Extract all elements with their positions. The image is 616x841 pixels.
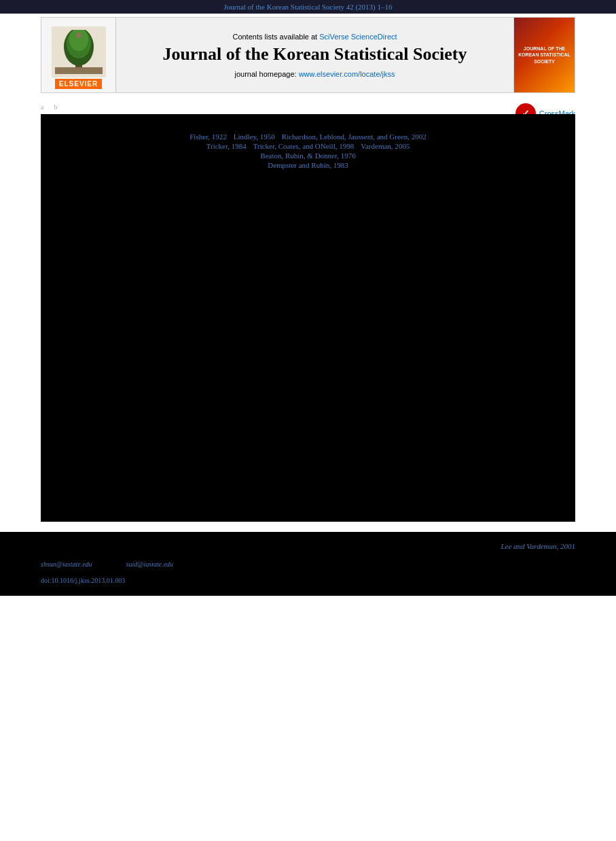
- header-section: ELSEVIER Contents lists available at Sci…: [41, 17, 575, 93]
- ref-vardeman: Vardeman, 2005: [361, 142, 410, 150]
- doi-line: doi:10.1016/j.jkss.2013.01.003: [41, 575, 575, 586]
- journal-title-block: Contents lists available at SciVerse Sci…: [116, 18, 513, 92]
- references-section: Fisher, 1922 Lindley, 1950 Richardson, L…: [54, 124, 562, 177]
- homepage-link[interactable]: www.elsevier.com/locate/jkss: [299, 70, 395, 78]
- elsevier-logo: ELSEVIER: [41, 18, 116, 92]
- journal-main-title: Journal of the Korean Statistical Societ…: [163, 44, 467, 65]
- email-2[interactable]: suid@iastate.edu: [126, 560, 173, 568]
- lee-vardeman-ref: Lee and Vardeman, 2001: [501, 542, 575, 550]
- top-bar: Journal of the Korean Statistical Societ…: [0, 0, 616, 14]
- ref-line-1: Fisher, 1922 Lindley, 1950 Richardson, L…: [54, 132, 562, 141]
- journal-cover-image: JOURNAL OF THE KOREAN STATISTICAL SOCIET…: [513, 18, 575, 92]
- bottom-section: Lee and Vardeman, 2001 shsun@iastate.edu…: [0, 532, 616, 596]
- contents-available-text: Contents lists available at SciVerse Sci…: [232, 33, 397, 41]
- ref-lindley: Lindley, 1950: [234, 132, 275, 141]
- top-bar-link[interactable]: Journal of the Korean Statistical Societ…: [223, 3, 392, 11]
- elsevier-wordmark: ELSEVIER: [55, 79, 102, 89]
- doi-text: doi:10.1016/j.jkss.2013.01.003: [41, 577, 125, 584]
- article-black-block: Fisher, 1922 Lindley, 1950 Richardson, L…: [41, 114, 575, 522]
- sciverse-link[interactable]: SciVerse ScienceDirect: [319, 33, 397, 41]
- journal-homepage: journal homepage: www.elsevier.com/locat…: [234, 70, 395, 78]
- ref-richardson: Richardson, Leblond, Jaussent, and Green…: [282, 132, 427, 141]
- email-1[interactable]: shsun@iastate.edu: [41, 560, 92, 568]
- ref-fisher: Fisher, 1922: [189, 132, 227, 141]
- ref-tricker1: Tricker, 1984: [206, 142, 247, 150]
- ref-dempster: Dempster and Rubin, 1983: [268, 161, 348, 169]
- ref-tricker-coates: Tricker, Coates, and ONeill, 1998: [253, 142, 355, 150]
- ref-line-3: Beaton, Rubin, & Donner, 1976: [54, 151, 562, 160]
- main-content: ✓ CrossMark a b Fisher, 1922 Lindley, 19…: [0, 96, 616, 532]
- cover-text: JOURNAL OF THE KOREAN STATISTICAL SOCIET…: [518, 46, 571, 64]
- lee-vardeman-line: Lee and Vardeman, 2001: [41, 542, 575, 550]
- email-line: shsun@iastate.edu suid@iastate.edu: [41, 560, 575, 568]
- ref-line-4: Dempster and Rubin, 1983: [54, 161, 562, 169]
- svg-point-5: [76, 33, 81, 38]
- svg-rect-0: [55, 67, 103, 74]
- elsevier-tree-image: [52, 26, 106, 77]
- ref-line-2: Tricker, 1984 Tricker, Coates, and ONeil…: [54, 142, 562, 150]
- superscript-line: a b: [41, 103, 575, 111]
- ref-beaton: Beaton, Rubin, & Donner, 1976: [260, 151, 355, 160]
